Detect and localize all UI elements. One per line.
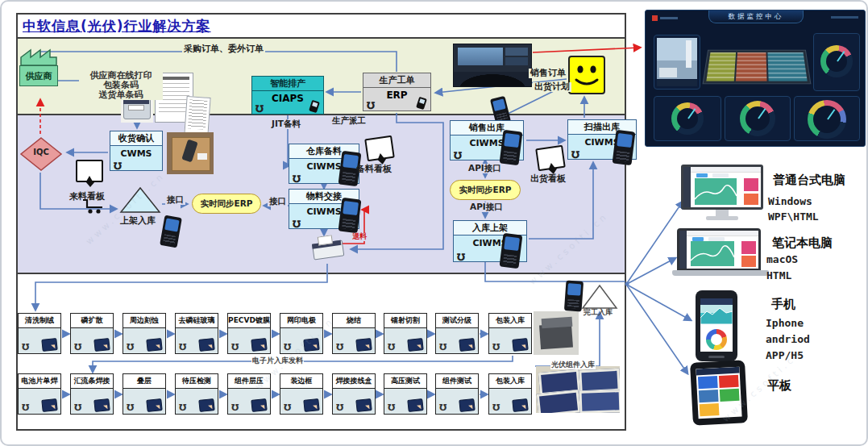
headset-icon: ℧ [367,101,375,110]
jit-label: JIT备料 [270,119,302,129]
phone-screen [700,298,733,352]
sync-erp-right-label: 实时同步ERP [459,185,512,196]
cell-feed-label: 电子片入库发料 [251,357,304,365]
process-step-label: 测试分级 [435,313,479,328]
return-material-label: 退料 [352,233,367,241]
laptop-screen [679,231,758,269]
shelf-in-triangle [119,186,161,214]
process-step-label: 磷扩散 [70,313,114,328]
dashboard-gauge-panel-3 [794,96,860,141]
finish-inbound-triangle [581,284,618,310]
desktop-computer-image [681,165,763,221]
gauge [820,45,853,77]
process-step: 包装入库℧ [488,313,532,354]
tablet-icon [407,338,423,352]
ciaps-box: 智能排产 CIAPS ℧ [251,76,324,115]
process-step-body: ℧ [435,328,479,354]
process-step: 电池片单焊℧ [18,373,61,415]
process-step: 磷扩散℧ [70,313,114,354]
headset-icon: ℧ [284,343,291,352]
process-step: 周边刻蚀℧ [123,313,166,354]
inbound-shelf-header: 入库上架 [454,221,526,236]
control-room-photo [453,44,532,87]
process-step-body: ℧ [435,389,479,415]
headset-icon: ℧ [388,403,395,412]
process-step-body: ℧ [488,389,532,415]
dashboard-camera-panel [654,35,700,90]
desktop-screen [683,167,761,207]
headset-icon: ℧ [492,403,500,412]
headset-icon: ℧ [127,403,134,412]
process-step: 清洗制绒℧ [18,313,61,354]
process-step-body: ℧ [18,389,61,415]
tablet-icon [198,398,214,412]
tablet-icon [407,398,423,412]
ship-board-monitor [535,145,566,171]
api-bottom-label: API接口 [468,202,505,212]
phone-os1: Iphone [766,317,804,329]
process-step-body: ℧ [332,389,376,415]
sync-erp-pill-left: 实时同步ERP [192,194,261,214]
process-step-body: ℧ [70,389,114,415]
process-step: 高压测试℧ [384,373,427,415]
process-step-body: ℧ [70,328,114,354]
tablet-name: 平板 [767,378,791,394]
iqc-label: IQC [19,148,63,156]
prep-board-monitor [364,135,395,161]
process-step-label: 包装入库 [488,313,532,328]
monitor-dashboard-photo: 数据监控中心 [645,10,866,147]
dashboard-gauge-panel-tr [813,33,860,91]
process-step-body: ℧ [280,389,323,415]
laptop-name: 笔记本电脑 [772,236,833,251]
incoming-board-label: 来料看板 [69,192,105,202]
headset-icon: ℧ [179,343,186,352]
headset-icon: ℧ [439,403,446,412]
barcode-doc-photo [184,96,210,136]
tablet-icon [251,398,267,412]
ciaps-header: 智能排产 [252,77,323,91]
tablet-icon [512,338,528,352]
process-step-label: 镭射切割 [384,313,427,328]
phone-tech: APP/H5 [766,349,804,361]
desktop-name: 普通台式电脑 [773,173,845,188]
dashboard-title: 数据监控中心 [708,10,804,23]
process-step-body: ℧ [332,328,376,354]
process-step-body: ℧ [227,328,271,354]
receiving-scan-photo [167,132,214,174]
process-step-label: 汇流条焊接 [70,373,114,389]
process-step-label: 包装入库 [488,373,532,389]
phone-name: 手机 [771,297,795,312]
tablet-icon [251,338,267,352]
process-step-label: 焊接接线盒 [332,373,376,389]
headset-icon: ℧ [127,343,134,352]
headset-icon: ℧ [22,403,29,412]
process-step-label: 网印电极 [280,313,323,328]
tablet-icon [355,338,372,352]
laptop-os: macOS [766,253,798,265]
map-zone-yellow [706,52,736,81]
tablet-icon [459,338,475,352]
phone-os2: andriod [766,333,810,345]
process-step-label: 去磷硅玻璃 [175,313,218,328]
dashboard-factory-map [703,50,812,85]
process-step-label: 高压测试 [384,373,427,389]
module-inbound-label: 光伏组件入库 [550,361,596,369]
supplier-label: 供应商 [26,70,52,82]
tablet-icon [146,398,162,412]
factory-icon [19,47,58,66]
solution-diagram: 中软信息(光伏)行业解决方案 [0,0,868,446]
desktop-os: Windows [768,195,812,207]
handheld-photo [613,130,636,166]
phone-image [696,290,737,361]
process-step-body: ℧ [227,389,271,415]
process-step-body: ℧ [280,328,323,354]
tablet-image [690,360,748,425]
process-step-label: PECVD镀膜 [227,313,271,328]
process-step: 包装入库℧ [488,373,532,415]
process-step: 叠层℧ [123,373,166,415]
process-step-body: ℧ [384,328,427,354]
handheld-photo [500,130,523,166]
process-step: PECVD镀膜℧ [227,313,271,354]
tablet-icon [355,398,372,412]
process-step: 组件测试℧ [435,373,479,415]
